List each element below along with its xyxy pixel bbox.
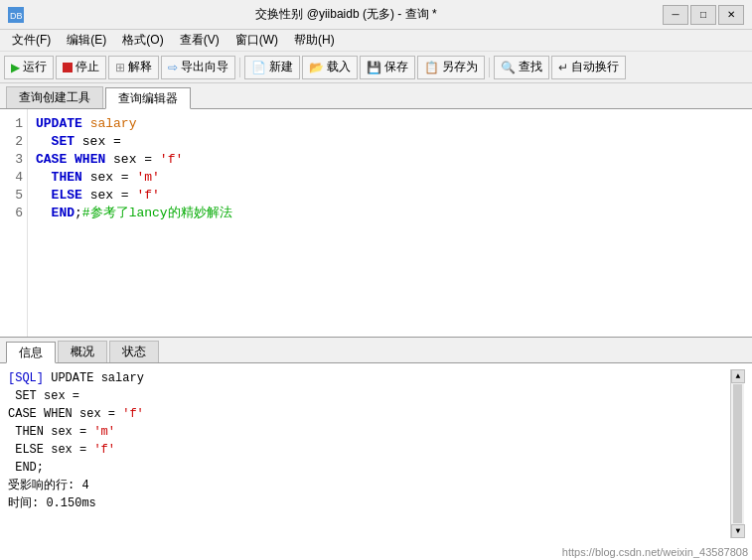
explain-icon: ⊞ — [115, 61, 125, 74]
save-button[interactable]: 💾 保存 — [360, 56, 415, 79]
export-wizard-button[interactable]: ⇨ 导出向导 — [161, 56, 235, 79]
code-line-6: END;#参考了lancy的精妙解法 — [36, 205, 744, 222]
save-as-button[interactable]: 📋 另存为 — [417, 56, 485, 79]
code-line-3: CASE WHEN sex = 'f' — [36, 151, 744, 169]
code-line-5: ELSE sex = 'f' — [36, 187, 744, 205]
export-icon: ⇨ — [168, 61, 178, 74]
code-line-1: UPDATE salary — [36, 115, 744, 133]
run-icon: ▶ — [11, 61, 20, 74]
code-editor[interactable]: UPDATE salary SET sex = CASE WHEN sex = … — [28, 109, 752, 337]
new-button[interactable]: 📄 新建 — [244, 56, 300, 79]
scroll-thumb[interactable] — [733, 384, 742, 523]
svg-text:DB: DB — [10, 11, 23, 21]
info-line-6: END; — [8, 459, 730, 477]
line-num: 5 — [4, 187, 23, 205]
auto-replace-button[interactable]: ↵ 自动换行 — [551, 56, 626, 79]
save-icon: 💾 — [367, 61, 381, 74]
close-button[interactable]: ✕ — [718, 5, 744, 25]
info-content: [SQL] UPDATE salary SET sex = CASE WHEN … — [8, 369, 730, 538]
line-num: 1 — [4, 115, 23, 133]
menu-format[interactable]: 格式(O) — [114, 30, 171, 51]
info-line-3: CASE WHEN sex = 'f' — [8, 405, 730, 423]
info-line-8: 时间: 0.150ms — [8, 494, 730, 512]
find-icon: 🔍 — [501, 61, 516, 74]
tab-query-editor[interactable]: 查询编辑器 — [105, 87, 191, 109]
scrollbar-vertical[interactable]: ▲ ▼ — [730, 369, 744, 538]
info-line-4: THEN sex = 'm' — [8, 423, 730, 441]
menu-file[interactable]: 文件(F) — [4, 30, 59, 51]
load-button[interactable]: 📂 载入 — [302, 56, 358, 79]
toolbar-separator — [239, 58, 240, 77]
editor-tab-bar: 查询创建工具 查询编辑器 — [0, 83, 752, 109]
info-panel: [SQL] UPDATE salary SET sex = CASE WHEN … — [0, 363, 752, 544]
app-window: DB 交换性别 @yiibaidb (无多) - 查询 * ─ □ ✕ 文件(F… — [0, 0, 752, 560]
scroll-down-arrow[interactable]: ▼ — [731, 524, 745, 538]
menu-bar: 文件(F) 编辑(E) 格式(O) 查看(V) 窗口(W) 帮助(H) — [0, 30, 752, 52]
code-line-4: THEN sex = 'm' — [36, 169, 744, 187]
bottom-section: 信息 概况 状态 [SQL] UPDATE salary SET sex = C… — [0, 338, 752, 560]
line-num: 4 — [4, 169, 23, 187]
toolbar: ▶ 运行 停止 ⊞ 解释 ⇨ 导出向导 📄 新建 📂 载入 💾 保存 📋 — [0, 52, 752, 83]
line-numbers: 1 2 3 4 5 6 — [0, 109, 28, 337]
run-button[interactable]: ▶ 运行 — [4, 56, 54, 79]
info-line-7: 受影响的行: 4 — [8, 477, 730, 494]
minimize-button[interactable]: ─ — [663, 5, 688, 25]
tab-query-builder[interactable]: 查询创建工具 — [6, 86, 103, 108]
toolbar-separator-2 — [489, 58, 490, 77]
new-icon: 📄 — [251, 61, 266, 74]
line-num: 3 — [4, 151, 23, 169]
load-icon: 📂 — [309, 61, 324, 74]
line-num: 6 — [4, 205, 23, 222]
menu-window[interactable]: 窗口(W) — [227, 30, 286, 51]
tab-overview[interactable]: 概况 — [58, 341, 107, 362]
title-bar: DB 交换性别 @yiibaidb (无多) - 查询 * ─ □ ✕ — [0, 0, 752, 30]
scroll-up-arrow[interactable]: ▲ — [731, 369, 745, 383]
info-line-2: SET sex = — [8, 387, 730, 405]
editor-area: 1 2 3 4 5 6 UPDATE salary SET sex = CASE… — [0, 109, 752, 338]
tab-status[interactable]: 状态 — [109, 341, 159, 362]
line-num: 2 — [4, 133, 23, 151]
code-line-2: SET sex = — [36, 133, 744, 151]
save-as-icon: 📋 — [424, 61, 439, 74]
window-title: 交换性别 @yiibaidb (无多) - 查询 * — [30, 6, 663, 23]
bottom-tab-bar: 信息 概况 状态 — [0, 338, 752, 363]
info-line-1: [SQL] UPDATE salary — [8, 369, 730, 387]
menu-view[interactable]: 查看(V) — [172, 30, 227, 51]
info-line-5: ELSE sex = 'f' — [8, 441, 730, 459]
app-icon: DB — [8, 7, 24, 23]
window-controls: ─ □ ✕ — [663, 5, 744, 25]
watermark: https://blog.csdn.net/weixin_43587808 — [0, 544, 752, 560]
find-button[interactable]: 🔍 查找 — [494, 56, 549, 79]
stop-button[interactable]: 停止 — [56, 56, 106, 79]
menu-help[interactable]: 帮助(H) — [286, 30, 343, 51]
maximize-button[interactable]: □ — [690, 5, 716, 25]
auto-replace-icon: ↵ — [558, 61, 568, 74]
explain-button[interactable]: ⊞ 解释 — [108, 56, 159, 79]
menu-edit[interactable]: 编辑(E) — [59, 30, 114, 51]
stop-icon — [63, 63, 73, 72]
tab-info[interactable]: 信息 — [6, 342, 56, 363]
